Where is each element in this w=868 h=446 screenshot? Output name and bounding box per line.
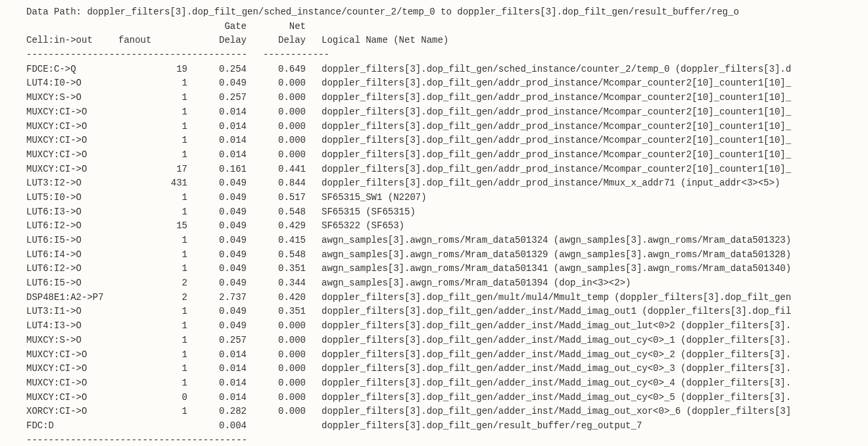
logical-name: awgn_samples[3].awgn_roms/Mram_data50134… — [306, 262, 791, 276]
logical-name: doppler_filters[3].dop_filt_gen/adder_in… — [306, 334, 791, 348]
header-line-1: GateNet — [26, 20, 868, 34]
fanout-value: 1 — [118, 248, 187, 262]
net-delay-value: 0.000 — [247, 319, 306, 334]
divider-bottom: ---------------------------------------- — [26, 434, 868, 446]
table-row: MUXCY:S->O10.2570.000doppler_filters[3].… — [26, 334, 868, 348]
logical-name: doppler_filters[3].dop_filt_gen/addr_pro… — [306, 148, 791, 162]
logical-name: doppler_filters[3].dop_filt_gen/adder_in… — [306, 405, 791, 419]
fanout-value: 19 — [118, 62, 187, 77]
table-row: MUXCY:S->O10.2570.000doppler_filters[3].… — [26, 91, 868, 105]
logical-name: doppler_filters[3].dop_filt_gen/adder_in… — [306, 348, 791, 362]
fanout-value: 1 — [118, 105, 187, 120]
table-row: MUXCY:CI->O00.0140.000doppler_filters[3]… — [26, 391, 868, 405]
net-delay-value: 0.517 — [247, 191, 306, 205]
divider-bottom-cols: ---------------------------------------- — [26, 435, 247, 445]
cell-in-out: MUXCY:CI->O — [26, 105, 118, 120]
fanout-value: 1 — [118, 305, 187, 319]
fanout-value: 1 — [118, 405, 187, 419]
title-line: Data Path: doppler_filters[3].dop_filt_g… — [26, 5, 868, 20]
net-delay-value: 0.000 — [247, 76, 306, 91]
cell-in-out: LUT6:I4->O — [26, 248, 118, 262]
cell-in-out: LUT6:I2->O — [26, 262, 118, 276]
gate-delay-value: 0.049 — [187, 262, 247, 276]
table-row: MUXCY:CI->O10.0140.000doppler_filters[3]… — [26, 148, 868, 162]
fanout-value: 1 — [118, 376, 187, 391]
table-row: MUXCY:CI->O10.0140.000doppler_filters[3]… — [26, 376, 868, 391]
timing-report: Data Path: doppler_filters[3].dop_filt_g… — [0, 0, 868, 446]
fanout-value: 1 — [118, 348, 187, 362]
cell-in-out: FDCE:C->Q — [26, 62, 118, 77]
net-delay-value: 0.420 — [247, 291, 306, 305]
logical-name: doppler_filters[3].dop_filt_gen/adder_in… — [306, 319, 791, 334]
net-delay-value: 0.429 — [247, 219, 306, 234]
logical-name: doppler_filters[3].dop_filt_gen/addr_pro… — [306, 76, 791, 91]
logical-name: doppler_filters[3].dop_filt_gen/mult/mul… — [306, 291, 791, 305]
gate-delay-value: 0.049 — [187, 176, 247, 191]
table-row: LUT6:I5->O20.0490.344awgn_samples[3].awg… — [26, 276, 868, 291]
table-row: MUXCY:CI->O170.1610.441doppler_filters[3… — [26, 162, 868, 177]
gate-delay-value: 0.049 — [187, 248, 247, 262]
logical-name: SF65315_SW1 (N2207) — [306, 191, 427, 205]
gate-delay-value: 0.014 — [187, 134, 247, 148]
cell-in-out: LUT4:I0->O — [26, 76, 118, 91]
logical-name: doppler_filters[3].dop_filt_gen/adder_in… — [306, 362, 791, 376]
gate-delay-value: 0.014 — [187, 376, 247, 391]
cell-in-out: MUXCY:S->O — [26, 91, 118, 105]
logical-name: doppler_filters[3].dop_filt_gen/addr_pro… — [306, 91, 791, 105]
cell-in-out: LUT4:I3->O — [26, 319, 118, 334]
cell-in-out: MUXCY:CI->O — [26, 376, 118, 391]
net-delay-value: 0.000 — [247, 405, 306, 419]
cell-in-out: MUXCY:CI->O — [26, 148, 118, 162]
fanout-value: 15 — [118, 219, 187, 234]
cell-in-out: XORCY:CI->O — [26, 405, 118, 419]
net-delay-value: 0.000 — [247, 120, 306, 134]
logical-name: doppler_filters[3].dop_filt_gen/adder_in… — [306, 305, 791, 319]
table-row: MUXCY:CI->O10.0140.000doppler_filters[3]… — [26, 348, 868, 362]
cell-in-out: LUT6:I2->O — [26, 219, 118, 234]
header-cell: Cell:in->out — [26, 34, 118, 48]
net-delay-value: 0.000 — [247, 376, 306, 391]
fanout-value: 0 — [118, 391, 187, 405]
data-rows: FDCE:C->Q190.2540.649doppler_filters[3].… — [26, 62, 868, 434]
fanout-value: 1 — [118, 191, 187, 205]
title-path: doppler_filters[3].dop_filt_gen/sched_in… — [87, 7, 738, 17]
cell-in-out: MUXCY:CI->O — [26, 134, 118, 148]
net-delay-value: 0.415 — [247, 234, 306, 248]
cell-in-out: LUT6:I5->O — [26, 234, 118, 248]
gate-delay-value: 0.254 — [187, 62, 247, 77]
cell-in-out: MUXCY:CI->O — [26, 391, 118, 405]
table-row: MUXCY:CI->O10.0140.000doppler_filters[3]… — [26, 362, 868, 376]
fanout-value: 1 — [118, 76, 187, 91]
gate-delay-value: 0.257 — [187, 334, 247, 348]
table-row: LUT6:I2->O10.0490.351awgn_samples[3].awg… — [26, 262, 868, 276]
fanout-value: 2 — [118, 291, 187, 305]
gate-delay-value: 0.014 — [187, 348, 247, 362]
cell-in-out: MUXCY:CI->O — [26, 162, 118, 177]
fanout-value: 1 — [118, 334, 187, 348]
table-row: LUT4:I0->O10.0490.000doppler_filters[3].… — [26, 76, 868, 91]
gate-delay-value: 2.737 — [187, 291, 247, 305]
logical-name: awgn_samples[3].awgn_roms/Mram_data50139… — [306, 276, 631, 291]
gate-delay-value: 0.014 — [187, 148, 247, 162]
cell-in-out: LUT3:I1->O — [26, 305, 118, 319]
net-delay-value: 0.000 — [247, 348, 306, 362]
gate-delay-value: 0.014 — [187, 105, 247, 120]
gate-delay-value: 0.161 — [187, 162, 247, 177]
cell-in-out: MUXCY:CI->O — [26, 348, 118, 362]
cell-in-out: LUT6:I3->O — [26, 205, 118, 220]
fanout-value: 17 — [118, 162, 187, 177]
table-row: FDCE:C->Q190.2540.649doppler_filters[3].… — [26, 62, 868, 77]
net-delay-value: 0.548 — [247, 205, 306, 220]
gate-delay-value: 0.004 — [187, 419, 247, 434]
fanout-value: 1 — [118, 205, 187, 220]
gate-delay-value: 0.014 — [187, 362, 247, 376]
table-row: MUXCY:CI->O10.0140.000doppler_filters[3]… — [26, 105, 868, 120]
gate-delay-value: 0.282 — [187, 405, 247, 419]
divider-name: ------------ — [247, 48, 329, 62]
logical-name: doppler_filters[3].dop_filt_gen/addr_pro… — [306, 120, 791, 134]
table-row: MUXCY:CI->O10.0140.000doppler_filters[3]… — [26, 134, 868, 148]
fanout-value: 2 — [118, 276, 187, 291]
gate-delay-value: 0.257 — [187, 91, 247, 105]
gate-delay-value: 0.014 — [187, 391, 247, 405]
logical-name: SF65315 (SF65315) — [306, 205, 416, 220]
